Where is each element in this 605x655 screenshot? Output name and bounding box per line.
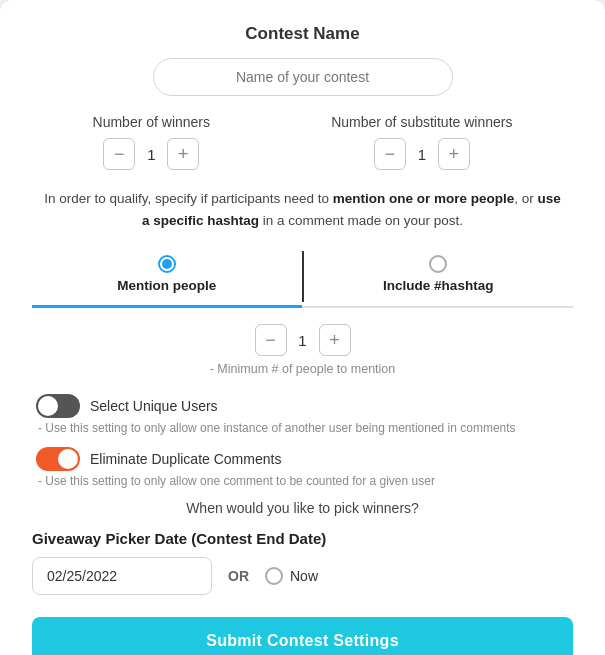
eliminate-duplicate-header: Eliminate Duplicate Comments xyxy=(36,447,281,471)
select-unique-row: Select Unique Users - Use this setting t… xyxy=(32,394,573,435)
winners-minus-button[interactable]: − xyxy=(103,138,135,170)
mention-min-label: - Minimum # of people to mention xyxy=(210,362,396,376)
winners-plus-button[interactable]: + xyxy=(167,138,199,170)
mention-minus-button[interactable]: − xyxy=(255,324,287,356)
select-unique-header: Select Unique Users xyxy=(36,394,218,418)
now-radio[interactable] xyxy=(265,567,283,585)
substitute-winners-stepper: − 1 + xyxy=(374,138,470,170)
select-unique-knob xyxy=(38,396,58,416)
now-label: Now xyxy=(290,568,318,584)
winners-stepper: − 1 + xyxy=(103,138,199,170)
mention-radio xyxy=(158,255,176,273)
tab-mention[interactable]: Mention people xyxy=(32,247,302,308)
eliminate-duplicate-toggle[interactable] xyxy=(36,447,80,471)
select-unique-desc: - Use this setting to only allow one ins… xyxy=(38,421,516,435)
winners-row: Number of winners − 1 + Number of substi… xyxy=(32,114,573,170)
eliminate-duplicate-label: Eliminate Duplicate Comments xyxy=(90,451,281,467)
mention-stepper-section: − 1 + - Minimum # of people to mention xyxy=(32,324,573,376)
substitute-winners-group: Number of substitute winners − 1 + xyxy=(331,114,512,170)
substitute-winners-label: Number of substitute winners xyxy=(331,114,512,130)
contest-card: Contest Name Number of winners − 1 + Num… xyxy=(0,0,605,655)
contest-name-input[interactable] xyxy=(153,58,453,96)
tab-hashtag-label: Include #hashtag xyxy=(383,278,493,293)
date-input[interactable] xyxy=(32,557,212,595)
section-title: Contest Name xyxy=(32,24,573,44)
when-label: When would you like to pick winners? xyxy=(32,500,573,516)
or-label: OR xyxy=(228,568,249,584)
giveaway-title: Giveaway Picker Date (Contest End Date) xyxy=(32,530,573,547)
winners-group: Number of winners − 1 + xyxy=(93,114,211,170)
submit-button[interactable]: Submit Contest Settings xyxy=(32,617,573,655)
now-row: Now xyxy=(265,567,318,585)
substitute-plus-button[interactable]: + xyxy=(438,138,470,170)
giveaway-section: Giveaway Picker Date (Contest End Date) … xyxy=(32,530,573,595)
mention-plus-button[interactable]: + xyxy=(319,324,351,356)
qualify-text: In order to qualify, specify if particip… xyxy=(32,188,573,231)
tab-mention-label: Mention people xyxy=(117,278,216,293)
eliminate-duplicate-knob xyxy=(58,449,78,469)
tab-hashtag[interactable]: Include #hashtag xyxy=(304,247,574,306)
substitute-minus-button[interactable]: − xyxy=(374,138,406,170)
hashtag-radio xyxy=(429,255,447,273)
eliminate-duplicate-desc: - Use this setting to only allow one com… xyxy=(38,474,435,488)
select-unique-label: Select Unique Users xyxy=(90,398,218,414)
select-unique-toggle[interactable] xyxy=(36,394,80,418)
winners-value: 1 xyxy=(141,146,161,163)
date-row: OR Now xyxy=(32,557,573,595)
eliminate-duplicate-row: Eliminate Duplicate Comments - Use this … xyxy=(32,447,573,488)
tabs-row: Mention people Include #hashtag xyxy=(32,247,573,308)
mention-stepper: − 1 + xyxy=(255,324,351,356)
mention-stepper-value: 1 xyxy=(293,332,313,349)
substitute-winners-value: 1 xyxy=(412,146,432,163)
winners-label: Number of winners xyxy=(93,114,211,130)
